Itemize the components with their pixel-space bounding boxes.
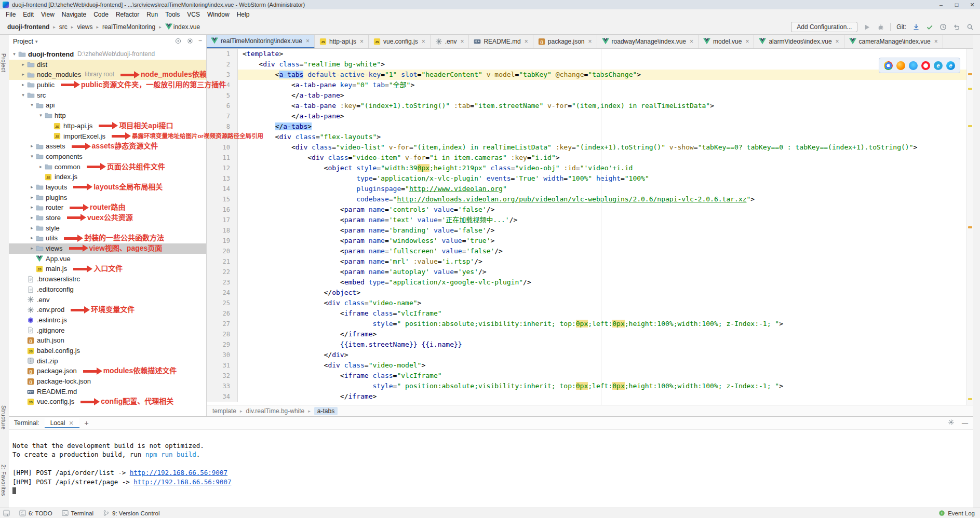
code-line-5[interactable]: 5 </a-tab-pane> xyxy=(206,90,967,101)
close-icon[interactable]: × xyxy=(745,38,749,45)
editor-tab-package-json[interactable]: {}package.json× xyxy=(533,35,597,48)
project-panel-title[interactable]: Project xyxy=(13,38,33,45)
code-line-10[interactable]: 10 <div class="video-list" v-for="(item,… xyxy=(206,142,967,153)
menu-item-run[interactable]: Run xyxy=(143,10,162,19)
tree-item-main-js[interactable]: JSmain.js入口文件 xyxy=(9,264,206,274)
menu-item-code[interactable]: Code xyxy=(90,10,112,19)
stripe-mark[interactable] xyxy=(968,226,972,228)
history-icon[interactable] xyxy=(939,23,947,31)
terminal-link[interactable]: http://192.168.66.56:9007 xyxy=(130,469,227,476)
chevron-right-icon[interactable]: ▸ xyxy=(29,141,35,152)
stripe-mark[interactable] xyxy=(968,125,972,127)
code-line-6[interactable]: 6 <a-tab-pane :key="(index+1).toString()… xyxy=(206,101,967,111)
chevron-right-icon[interactable]: ▸ xyxy=(37,162,44,172)
run-icon[interactable] xyxy=(863,23,871,31)
menu-item-vcs[interactable]: VCS xyxy=(183,10,204,19)
code-line-11[interactable]: 11 <div class="video-item" v-for="i in i… xyxy=(206,153,967,163)
code-line-33[interactable]: 33 style=" position:absolute;visibility:… xyxy=(206,381,967,391)
tree-item-babel-config-js[interactable]: JSbabel.config.js xyxy=(9,346,206,356)
new-terminal-button[interactable]: + xyxy=(79,419,94,427)
tree-item-auth-json[interactable]: {}auth.json xyxy=(9,335,206,346)
menu-item-window[interactable]: Window xyxy=(204,10,233,19)
firefox-browser-icon[interactable] xyxy=(896,61,905,70)
close-icon[interactable]: × xyxy=(836,38,839,45)
tree-item-views[interactable]: ▸viewsview视图、pages页面 xyxy=(9,243,206,254)
close-icon[interactable]: × xyxy=(690,38,693,45)
tool-button-structure[interactable]: Structure xyxy=(1,405,7,430)
code-line-20[interactable]: 20 <param name='fullscreen' value='false… xyxy=(206,246,967,256)
code-line-13[interactable]: 13 type='application/x-vlc-plugin' event… xyxy=(206,173,967,184)
tree-item-src[interactable]: ▾src xyxy=(9,90,206,101)
code-line-15[interactable]: 15 codebase="http://downloads.videolan.o… xyxy=(206,194,967,205)
tree-item-readme-md[interactable]: README.md xyxy=(9,387,206,397)
tree-item-dist[interactable]: ▸dist xyxy=(9,60,206,70)
code-line-22[interactable]: 22 <param name='autoplay' value='yes'/> xyxy=(206,267,967,277)
close-icon[interactable]: × xyxy=(360,38,364,45)
code-line-29[interactable]: 29 {{item.streetName}} {{i.name}} xyxy=(206,339,967,350)
status-item-9-version-control[interactable]: 9: Version Control xyxy=(103,510,159,516)
maximize-button[interactable]: □ xyxy=(949,0,964,9)
chevron-right-icon[interactable]: ▸ xyxy=(29,182,35,193)
chevron-right-icon[interactable]: ▸ xyxy=(29,243,35,254)
close-icon[interactable]: × xyxy=(422,38,425,45)
menu-item-navigate[interactable]: Navigate xyxy=(58,10,90,19)
tree-item-router[interactable]: ▸routerrouter路由 xyxy=(9,202,206,213)
tree-item-index-js[interactable]: JSindex.js xyxy=(9,172,206,182)
code-line-25[interactable]: 25 <div class="video-name"> xyxy=(206,298,967,308)
tree-item-env[interactable]: .env xyxy=(9,295,206,305)
chevron-down-icon[interactable]: ▾ xyxy=(20,90,26,101)
code-line-9[interactable]: 9 <div class="flex-layouts"> xyxy=(206,132,967,142)
chevron-right-icon[interactable]: ▸ xyxy=(29,223,35,234)
status-item-terminal[interactable]: Terminal xyxy=(62,510,93,516)
breadcrumb-item-index-vue[interactable]: index.vue xyxy=(164,23,201,31)
close-button[interactable]: ✕ xyxy=(964,0,980,9)
code-line-17[interactable]: 17 <param name='text' value='正在加载视频中...'… xyxy=(206,215,967,225)
close-icon[interactable]: × xyxy=(306,37,310,45)
editor-breadcrumb-div-realtime-bg-white[interactable]: div.realTime.bg-white xyxy=(246,407,305,415)
breadcrumb-item-views[interactable]: views xyxy=(76,23,93,31)
chevron-right-icon[interactable]: ▸ xyxy=(29,233,35,243)
chevron-down-icon[interactable]: ▾ xyxy=(37,111,44,121)
code-line-8[interactable]: 8 </a-tabs> xyxy=(206,121,967,132)
code-line-14[interactable]: 14 pluginspage="http://www.videolan.org" xyxy=(206,184,967,194)
tree-item-common[interactable]: ▸common页面公共组件文件 xyxy=(9,162,206,172)
editor-tab-http-api-js[interactable]: JShttp-api.js× xyxy=(315,35,369,48)
status-item-event-log[interactable]: iEvent Log xyxy=(938,510,975,516)
code-line-19[interactable]: 19 <param name='windowless' value='true'… xyxy=(206,236,967,246)
code-line-30[interactable]: 30 </div> xyxy=(206,350,967,360)
tree-item-env-prod[interactable]: .env.prod环境变量文件 xyxy=(9,305,206,315)
tool-window-switcher-icon[interactable] xyxy=(3,510,10,516)
terminal-output[interactable]: Note that the development build is not o… xyxy=(9,429,973,508)
code-line-16[interactable]: 16 <param name='controls' value='false'/… xyxy=(206,205,967,215)
terminal-tab-local[interactable]: Local ✕ xyxy=(45,418,79,428)
breadcrumb-item-src[interactable]: src xyxy=(58,23,69,31)
tree-item-store[interactable]: ▸storevuex公共资源 xyxy=(9,213,206,223)
stripe-mark[interactable] xyxy=(968,73,972,75)
tool-button-favorites[interactable]: 2: Favorites xyxy=(1,465,7,496)
editor-tab-env[interactable]: .env× xyxy=(431,35,469,48)
terminal-link[interactable]: http://192.168.66.56:9007 xyxy=(133,478,231,486)
tree-item-style[interactable]: ▸style xyxy=(9,223,206,234)
code-line-27[interactable]: 27 style=" position:absolute;visibility:… xyxy=(206,319,967,329)
chevron-right-icon[interactable]: ▸ xyxy=(20,60,26,70)
tool-button-project[interactable]: Project xyxy=(1,53,7,72)
chevron-down-icon[interactable]: ▾ xyxy=(29,100,35,111)
tree-item-components[interactable]: ▾components xyxy=(9,152,206,162)
editor-breadcrumb-a-tabs[interactable]: a-tabs xyxy=(314,407,338,415)
chevron-down-icon[interactable]: ▾ xyxy=(11,49,18,60)
chevron-down-icon[interactable]: ▾ xyxy=(35,39,38,44)
code-line-31[interactable]: 31 <div class="video-model"> xyxy=(206,360,967,371)
safari-browser-icon[interactable] xyxy=(909,61,918,70)
stripe-mark[interactable] xyxy=(968,88,972,90)
breadcrumb-item-realtimemonitoring[interactable]: realTimeMonitoring xyxy=(101,23,156,31)
minimize-button[interactable]: – xyxy=(933,0,949,9)
code-editor[interactable]: 1<template>2 <div class="realTime bg-whi… xyxy=(206,49,967,405)
editor-tab-vue-config-js[interactable]: JSvue.config.js× xyxy=(369,35,431,48)
tree-item-package-lock-json[interactable]: {}package-lock.json xyxy=(9,376,206,387)
stripe-mark[interactable] xyxy=(968,398,972,400)
minimize-panel-icon[interactable]: — xyxy=(962,419,968,427)
code-line-18[interactable]: 18 <param name='branding' value='false'/… xyxy=(206,225,967,236)
status-item-6-todo[interactable]: 6: TODO xyxy=(19,510,52,516)
opera-browser-icon[interactable] xyxy=(921,61,930,70)
chevron-down-icon[interactable]: ▾ xyxy=(29,152,35,162)
